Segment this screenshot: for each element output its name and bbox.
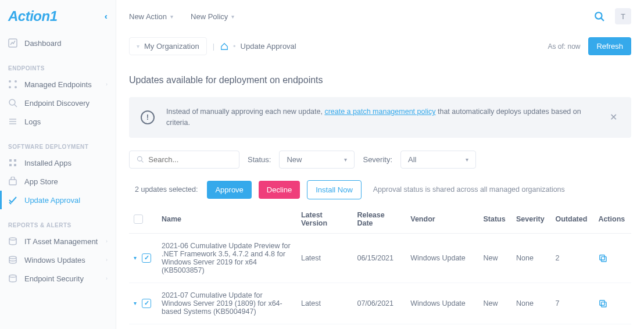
sidebar-item-label: Logs [24,117,108,126]
svg-rect-10 [9,159,12,162]
approval-note: Approval status is shared across all man… [373,185,565,194]
org-icon [220,42,228,51]
cell-vendor: Adobe [406,324,478,329]
cell-outdated: 2 [550,233,593,282]
col-outdated[interactable]: Outdated [550,205,593,234]
copy-icon[interactable] [598,253,627,262]
sidebar-section-title-reports: REPORTS & ALERTS [0,216,116,232]
expand-row-icon[interactable]: ▾ [134,300,137,306]
sidebar-item-update-approval[interactable]: Update Approval [0,191,116,209]
sidebar-item-installed-apps[interactable]: Installed Apps [0,153,116,172]
chevron-right-icon: › [106,238,108,244]
new-action-dropdown[interactable]: New Action ▾ [129,12,173,21]
svg-point-1 [9,80,11,83]
cell-latest: Latest [296,282,352,324]
col-name[interactable]: Name [157,205,296,234]
store-icon [8,177,17,186]
sidebar-item-windows-updates[interactable]: Windows Updates › [0,251,116,269]
sidebar-item-label: Endpoint Discovery [24,99,108,108]
topbar: New Action ▾ New Policy ▾ T [116,0,644,33]
refresh-button[interactable]: Refresh [588,37,631,55]
status-select[interactable]: New ▾ [279,151,355,169]
sidebar-item-label: Windows Updates [24,256,106,264]
cell-release: 12/09/2020 [352,324,406,329]
severity-select[interactable]: All ▾ [400,151,476,169]
sidebar-item-endpoint-discovery[interactable]: Endpoint Discovery [0,94,116,112]
row-checkbox[interactable] [142,299,151,308]
sidebar-item-endpoint-security[interactable]: Endpoint Security › [0,269,116,288]
breadcrumb-dot: • [233,42,236,51]
row-checkbox[interactable] [142,253,151,263]
info-link[interactable]: create a patch management policy [324,108,435,116]
sidebar-item-dashboard[interactable]: Dashboard [0,34,116,52]
col-actions: Actions [593,205,631,234]
svg-rect-24 [600,301,604,305]
search-input[interactable] [148,155,232,164]
svg-point-18 [595,12,602,19]
bulk-action-bar: 2 updates selected: Approve Decline Inst… [129,180,631,199]
svg-point-4 [15,86,17,88]
svg-line-6 [15,105,17,107]
cell-name: Adobe Acrobat Reader DC [157,324,296,329]
col-release[interactable]: Release Date [352,205,406,234]
copy-icon[interactable] [598,299,627,307]
close-icon[interactable]: ✕ [607,112,620,123]
selected-count-label: 2 updates selected: [135,185,198,194]
new-action-label: New Action [129,12,167,21]
user-avatar[interactable]: T [615,8,631,24]
col-latest[interactable]: Latest Version [296,205,352,234]
new-policy-dropdown[interactable]: New Policy ▾ [191,12,234,21]
cell-status: New [478,324,511,329]
cell-vendor: Windows Update [406,282,478,324]
new-policy-label: New Policy [191,12,228,21]
status-label: Status: [248,155,271,164]
sidebar: Action1 ‹‹ Dashboard ENDPOINTS Managed E… [0,0,116,329]
install-now-button[interactable]: Install Now [307,180,362,199]
search-box[interactable] [129,151,239,169]
sidebar-item-it-asset[interactable]: IT Asset Management › [0,232,116,251]
breadcrumb-current: • Update Approval [220,42,296,51]
svg-point-16 [9,256,16,259]
dashboard-icon [8,38,17,48]
org-selector[interactable]: ▾ My Organization [129,37,207,55]
svg-rect-22 [600,255,604,260]
cell-latest: Latest [296,233,352,282]
sidebar-item-label: App Store [24,177,108,186]
cell-outdated: 7 [550,282,593,324]
logs-icon [8,117,17,126]
cell-severity: None [511,324,550,329]
svg-rect-25 [602,302,606,307]
sidebar-item-label: Endpoint Security [24,274,106,283]
sidebar-item-managed-endpoints[interactable]: Managed Endpoints › [0,75,116,94]
apps-icon [8,158,17,167]
sidebar-item-app-store[interactable]: App Store [0,172,116,191]
cell-status: New [478,233,511,282]
sidebar-collapse-icon[interactable]: ‹‹ [105,12,105,21]
breadcrumb-bar: ▾ My Organization | • Update Approval As… [116,33,644,60]
sidebar-section-title-endpoints: ENDPOINTS [0,59,116,75]
win-updates-icon [8,255,17,264]
asof-label: As of: now [548,42,580,51]
svg-rect-23 [602,257,606,262]
select-all-checkbox[interactable] [134,214,143,224]
brand-logo[interactable]: Action1 [8,8,58,24]
svg-point-17 [9,275,16,277]
svg-point-2 [15,80,17,83]
decline-button[interactable]: Decline [259,181,300,199]
global-search-icon[interactable] [594,11,604,22]
cell-status: New [478,282,511,324]
approval-icon [8,195,17,205]
main-content: New Action ▾ New Policy ▾ T ▾ My Organiz… [116,0,644,329]
expand-row-icon[interactable]: ▾ [134,255,137,261]
svg-point-15 [9,238,16,240]
approve-button[interactable]: Approve [207,181,251,199]
col-status[interactable]: Status [478,205,511,234]
col-vendor[interactable]: Vendor [406,205,478,234]
sidebar-item-label: Dashboard [24,39,108,48]
col-severity[interactable]: Severity [511,205,550,234]
sidebar-section-title-software: SOFTWARE DEPLOYMENT [0,138,116,153]
cell-severity: None [511,282,550,324]
org-label: My Organization [144,42,199,51]
svg-point-5 [9,99,15,105]
sidebar-item-logs[interactable]: Logs [0,112,116,131]
